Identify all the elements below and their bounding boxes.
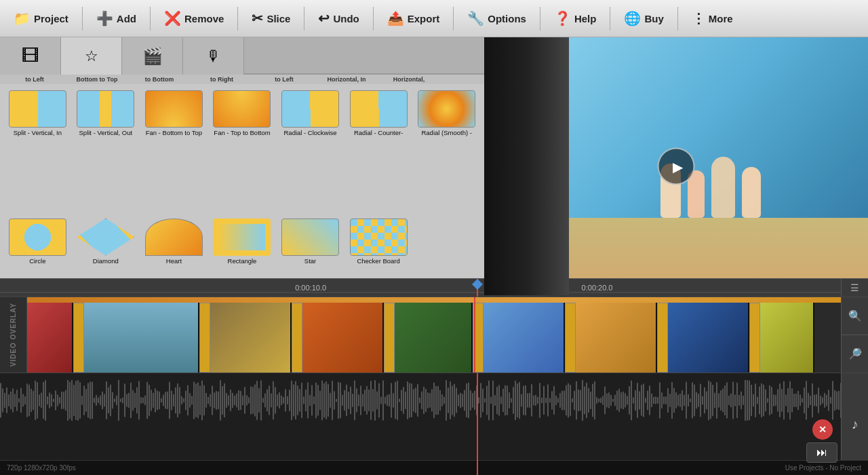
svg-rect-289 xyxy=(584,386,585,415)
close-button[interactable]: ✕ xyxy=(812,419,833,440)
timeline-ruler[interactable]: 0:00:10.0 0:00:20.0 ☰ xyxy=(0,278,868,297)
clip-4[interactable] xyxy=(302,303,384,373)
play-button[interactable]: ▶ xyxy=(658,148,695,185)
svg-rect-194 xyxy=(391,383,392,417)
svg-rect-145 xyxy=(291,381,292,421)
svg-rect-282 xyxy=(570,385,571,417)
tab-effects[interactable]: 🎬 xyxy=(122,37,183,75)
project-label: Project xyxy=(34,13,68,24)
svg-rect-131 xyxy=(262,398,264,402)
clip-2-bg xyxy=(84,303,198,373)
trans-label-fan-bottom: Fan - Bottom to Top xyxy=(146,129,202,136)
svg-rect-80 xyxy=(159,392,160,410)
svg-rect-79 xyxy=(157,390,158,410)
svg-rect-33 xyxy=(63,392,64,409)
svg-rect-376 xyxy=(761,383,762,418)
svg-rect-204 xyxy=(411,383,412,417)
svg-rect-290 xyxy=(586,383,587,418)
clip-1[interactable] xyxy=(27,303,73,373)
zoom-in-btn[interactable]: 🔍 xyxy=(842,297,868,335)
export-button[interactable]: 📤 Export xyxy=(379,6,448,31)
sep-9 xyxy=(677,7,678,31)
svg-rect-380 xyxy=(769,385,770,416)
add-button[interactable]: ➕ Add xyxy=(88,6,144,31)
tab-clips[interactable]: 🎞 xyxy=(0,37,61,75)
svg-rect-386 xyxy=(781,389,783,413)
svg-rect-103 xyxy=(205,393,207,408)
undo-button[interactable]: ↩ Undo xyxy=(310,6,367,31)
svg-rect-47 xyxy=(92,382,93,419)
svg-rect-311 xyxy=(629,386,630,415)
trans-fan-top[interactable]: Fan - Top to Bottom xyxy=(209,88,276,215)
svg-rect-129 xyxy=(258,388,260,413)
svg-rect-75 xyxy=(149,385,150,417)
timeline-side-btn[interactable]: ☰ xyxy=(841,279,868,297)
clip-3[interactable] xyxy=(210,303,292,373)
svg-rect-162 xyxy=(326,381,327,419)
svg-rect-178 xyxy=(358,394,359,406)
svg-rect-258 xyxy=(521,394,522,407)
trans-split-v-in[interactable]: Split - Vertical, In xyxy=(4,88,71,215)
svg-rect-365 xyxy=(738,395,740,406)
svg-rect-332 xyxy=(671,382,673,419)
tab-audio[interactable]: 🎙 xyxy=(183,37,244,75)
svg-rect-319 xyxy=(645,398,646,402)
zoom-out-btn[interactable]: 🔎 xyxy=(842,335,868,373)
clip-8[interactable] xyxy=(668,303,749,373)
clip-5[interactable] xyxy=(395,303,473,373)
add-icon: ➕ xyxy=(96,10,113,26)
svg-rect-45 xyxy=(87,383,89,418)
svg-rect-355 xyxy=(718,393,719,407)
clip-2[interactable] xyxy=(84,303,199,373)
trans-fan-bottom[interactable]: Fan - Bottom to Top xyxy=(140,88,208,215)
project-button[interactable]: 📁 Project xyxy=(5,6,77,31)
svg-rect-117 xyxy=(234,396,235,406)
svg-rect-402 xyxy=(814,395,815,406)
svg-rect-359 xyxy=(726,382,728,418)
svg-rect-161 xyxy=(323,383,325,417)
svg-rect-26 xyxy=(49,392,50,408)
svg-rect-261 xyxy=(527,393,528,408)
clip-9[interactable] xyxy=(760,303,814,373)
next-button[interactable]: ⏭ xyxy=(806,442,837,463)
clip-6[interactable] xyxy=(484,303,565,373)
svg-rect-76 xyxy=(151,390,152,411)
options-button[interactable]: 🔧 Options xyxy=(459,6,534,31)
buy-button[interactable]: 🌐 Buy xyxy=(616,6,671,31)
svg-rect-414 xyxy=(838,391,840,411)
trans-radial-cw[interactable]: Radial - Clockwise xyxy=(277,88,344,215)
help-button[interactable]: ❓ Help xyxy=(546,6,605,31)
svg-rect-34 xyxy=(65,390,66,411)
svg-rect-70 xyxy=(138,381,140,420)
svg-rect-50 xyxy=(98,398,99,404)
tab-transitions[interactable]: ☆ xyxy=(61,37,122,75)
svg-rect-55 xyxy=(108,387,109,413)
svg-rect-172 xyxy=(346,384,347,416)
svg-rect-357 xyxy=(722,389,724,413)
svg-rect-108 xyxy=(216,391,217,410)
trans-radial-ccw[interactable]: Radial - Counter- xyxy=(345,88,412,215)
remove-button[interactable]: ❌ Remove xyxy=(156,6,232,31)
playhead[interactable] xyxy=(477,279,478,297)
undo-icon: ↩ xyxy=(318,10,330,26)
svg-rect-52 xyxy=(102,392,103,410)
svg-rect-383 xyxy=(775,395,776,406)
trans-split-v-out[interactable]: Split - Vertical, Out xyxy=(73,88,140,215)
svg-rect-273 xyxy=(551,391,553,409)
svg-rect-56 xyxy=(110,385,111,417)
svg-rect-175 xyxy=(352,394,353,407)
svg-rect-303 xyxy=(612,398,614,402)
svg-rect-221 xyxy=(446,380,447,421)
slice-button[interactable]: ✂ Slice xyxy=(243,6,298,31)
svg-rect-297 xyxy=(600,398,601,403)
trans-radial-smooth[interactable]: Radial (Smooth) - xyxy=(413,88,480,215)
svg-rect-325 xyxy=(657,397,658,404)
svg-rect-73 xyxy=(144,396,146,406)
svg-rect-105 xyxy=(210,394,211,407)
svg-rect-2 xyxy=(0,383,1,417)
more-button[interactable]: ⋮ More xyxy=(684,6,741,31)
svg-rect-304 xyxy=(614,395,616,406)
clip-7[interactable] xyxy=(576,303,657,373)
svg-rect-253 xyxy=(511,398,512,403)
svg-rect-394 xyxy=(797,391,799,410)
